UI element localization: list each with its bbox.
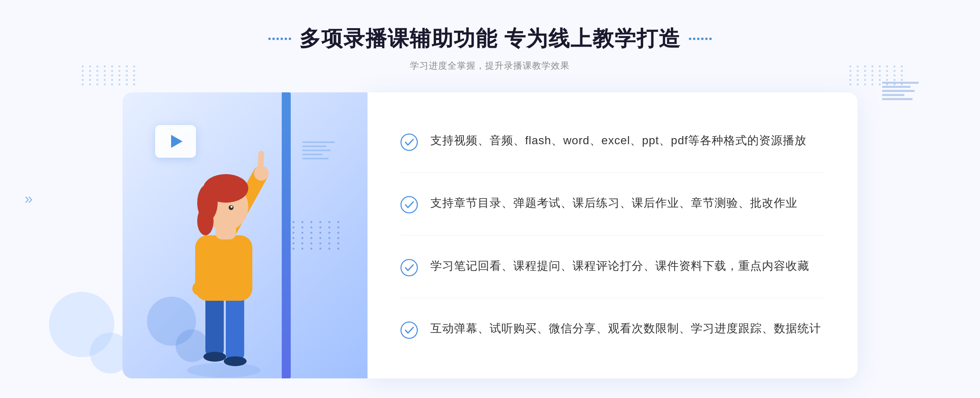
feature-text-3: 学习笔记回看、课程提问、课程评论打分、课件资料下载，重点内容收藏 (430, 257, 809, 275)
panel-dots-decoration (292, 221, 343, 250)
main-title: 多项录播课辅助功能 专为线上教学打造 (268, 25, 712, 53)
feature-item-4: 互动弹幕、试听购买、微信分享、观看次数限制、学习进度跟踪、数据统计 (400, 311, 825, 347)
feature-item-1: 支持视频、音频、flash、word、excel、ppt、pdf等各种格式的资源… (400, 123, 825, 159)
svg-rect-1 (205, 293, 224, 358)
svg-point-17 (401, 134, 417, 150)
feature-text-2: 支持章节目录、弹题考试、课后练习、课后作业、章节测验、批改作业 (430, 194, 797, 212)
title-decoration-right (689, 38, 712, 40)
svg-point-18 (401, 197, 417, 213)
person-illustration (167, 141, 297, 378)
subtitle-text: 学习进度全掌握，提升录播课教学效果 (268, 60, 712, 72)
check-icon-4 (400, 321, 418, 339)
page-container: » 多项录播课辅助功能 专为线上教学打造 学习进度全掌握，提升录播课教学效果 (0, 0, 980, 398)
check-icon-1 (400, 133, 418, 151)
svg-line-16 (261, 154, 261, 166)
svg-point-3 (203, 352, 226, 362)
lines-decoration (302, 141, 335, 159)
svg-point-4 (224, 356, 247, 366)
feature-divider-2 (400, 235, 825, 235)
title-decoration-left (268, 38, 291, 40)
check-icon-2 (400, 196, 418, 214)
svg-point-14 (231, 206, 233, 208)
feature-item-3: 学习笔记回看、课程提问、课程评论打分、课件资料下载，重点内容收藏 (400, 249, 825, 285)
feature-divider-3 (400, 298, 825, 298)
feature-text-4: 互动弹幕、试听购买、微信分享、观看次数限制、学习进度跟踪、数据统计 (430, 320, 821, 338)
svg-rect-2 (226, 293, 244, 362)
feature-divider-1 (400, 172, 825, 173)
svg-point-20 (401, 322, 417, 338)
svg-point-19 (401, 259, 417, 276)
arrow-left-decoration: » (24, 190, 33, 208)
header-section: 多项录播课辅助功能 专为线上教学打造 学习进度全掌握，提升录播课教学效果 (268, 25, 712, 72)
left-illustration-panel (122, 92, 368, 378)
feature-item-2: 支持章节目录、弹题考试、课后练习、课后作业、章节测验、批改作业 (400, 186, 825, 222)
right-features-panel: 支持视频、音频、flash、word、excel、ppt、pdf等各种格式的资源… (368, 92, 858, 378)
dots-decoration-top-left (82, 65, 131, 114)
title-text: 多项录播课辅助功能 专为线上教学打造 (299, 25, 681, 53)
svg-point-12 (197, 207, 214, 235)
content-area: 支持视频、音频、flash、word、excel、ppt、pdf等各种格式的资源… (122, 92, 858, 378)
feature-text-1: 支持视频、音频、flash、word、excel、ppt、pdf等各种格式的资源… (430, 132, 806, 150)
check-icon-3 (400, 259, 418, 277)
svg-point-0 (187, 363, 261, 378)
stripe-decoration (882, 82, 919, 100)
